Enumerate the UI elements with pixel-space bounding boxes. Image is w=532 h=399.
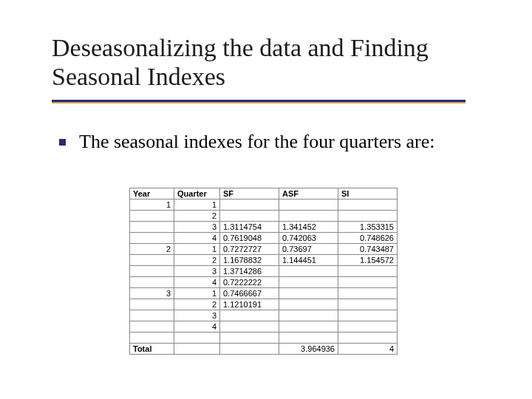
cell-sf: 0.7222222 — [220, 277, 279, 288]
table-row: 2 — [130, 211, 398, 222]
cell-asf — [279, 288, 338, 299]
cell-si — [338, 299, 398, 310]
cell-si: 0.743487 — [338, 244, 398, 255]
cell-si — [338, 200, 398, 211]
cell-quarter: 3 — [174, 222, 220, 233]
table-row: 210.72727270.736970.743487 — [130, 244, 398, 255]
cell-year: 2 — [130, 244, 174, 255]
cell-year — [130, 255, 174, 266]
cell-sf: 0.7466667 — [220, 288, 279, 299]
cell-quarter: 1 — [174, 244, 220, 255]
header-year: Year — [130, 188, 174, 200]
cell-quarter: 2 — [174, 299, 220, 310]
total-si: 4 — [338, 344, 398, 355]
cell-sf: 1.1210191 — [220, 299, 279, 310]
cell-si — [338, 321, 398, 332]
cell-asf — [279, 200, 338, 211]
bullet-text: The seasonal indexes for the four quarte… — [79, 130, 435, 154]
cell-quarter — [174, 332, 220, 344]
table-row: 40.7222222 — [130, 277, 398, 288]
cell-si: 1.154572 — [338, 255, 398, 266]
cell-si: 0.748626 — [338, 233, 398, 244]
seasonal-index-table: Year Quarter SF ASF SI 11231.31147541.34… — [129, 188, 398, 355]
cell-quarter: 2 — [174, 211, 220, 222]
cell-year — [130, 277, 174, 288]
cell-si — [338, 332, 398, 344]
cell-sf: 0.7619048 — [220, 233, 279, 244]
cell-quarter: 4 — [174, 277, 220, 288]
cell-quarter: 4 — [174, 321, 220, 332]
table-row: 11 — [130, 200, 398, 211]
header-si: SI — [338, 188, 398, 200]
table-row: 31.3714286 — [130, 266, 398, 277]
cell-si — [338, 277, 398, 288]
cell-year — [130, 211, 174, 222]
cell-si — [338, 288, 398, 299]
cell-year: 1 — [130, 200, 174, 211]
cell-quarter: 1 — [174, 200, 220, 211]
bullet-item: The seasonal indexes for the four quarte… — [59, 130, 473, 154]
table-row: 31.31147541.3414521.353315 — [130, 222, 398, 233]
cell-sf — [220, 211, 279, 222]
cell-year — [130, 310, 174, 321]
table-row: 3 — [130, 310, 398, 321]
cell-sf — [220, 332, 279, 344]
cell-year — [130, 299, 174, 310]
cell-year — [130, 332, 174, 344]
cell-asf — [279, 299, 338, 310]
header-asf: ASF — [279, 188, 338, 200]
bullet-square-icon — [59, 139, 66, 146]
table-row: 40.76190480.7420630.748626 — [130, 233, 398, 244]
cell-year — [130, 266, 174, 277]
cell-asf — [279, 266, 338, 277]
cell-sf — [220, 310, 279, 321]
cell-quarter: 4 — [174, 233, 220, 244]
cell-asf — [279, 332, 338, 344]
data-table: Year Quarter SF ASF SI 11231.31147541.34… — [129, 188, 398, 355]
cell-year — [130, 321, 174, 332]
table-header-row: Year Quarter SF ASF SI — [130, 188, 398, 200]
cell-asf — [279, 310, 338, 321]
cell-asf: 1.341452 — [279, 222, 338, 233]
cell-asf: 0.742063 — [279, 233, 338, 244]
cell-quarter: 3 — [174, 310, 220, 321]
cell-asf — [279, 277, 338, 288]
cell-year — [130, 233, 174, 244]
cell-quarter: 1 — [174, 288, 220, 299]
table-row — [130, 332, 398, 344]
cell-sf: 1.1678832 — [220, 255, 279, 266]
cell-asf — [279, 211, 338, 222]
cell-sf — [220, 200, 279, 211]
total-quarter — [174, 344, 220, 355]
total-sf — [220, 344, 279, 355]
cell-year: 3 — [130, 288, 174, 299]
header-sf: SF — [220, 188, 279, 200]
total-asf: 3.964936 — [279, 344, 338, 355]
cell-sf — [220, 321, 279, 332]
cell-si: 1.353315 — [338, 222, 398, 233]
cell-year — [130, 222, 174, 233]
table-row: 21.1210191 — [130, 299, 398, 310]
cell-asf — [279, 321, 338, 332]
cell-asf: 0.73697 — [279, 244, 338, 255]
cell-si — [338, 211, 398, 222]
cell-si — [338, 310, 398, 321]
table-row: 310.7466667 — [130, 288, 398, 299]
table-row: 21.16788321.1444511.154572 — [130, 255, 398, 266]
cell-asf: 1.144451 — [279, 255, 338, 266]
slide: Deseasonalizing the data and Finding Sea… — [0, 0, 532, 399]
header-quarter: Quarter — [174, 188, 220, 200]
title-underline-accent — [52, 102, 466, 103]
total-label: Total — [130, 344, 174, 355]
slide-title: Deseasonalizing the data and Finding Sea… — [52, 33, 480, 91]
table-total-row: Total 3.964936 4 — [130, 344, 398, 355]
cell-sf: 1.3714286 — [220, 266, 279, 277]
cell-quarter: 2 — [174, 255, 220, 266]
cell-sf: 1.3114754 — [220, 222, 279, 233]
cell-quarter: 3 — [174, 266, 220, 277]
table-row: 4 — [130, 321, 398, 332]
cell-sf: 0.7272727 — [220, 244, 279, 255]
table-body: 11231.31147541.3414521.35331540.76190480… — [130, 200, 398, 344]
cell-si — [338, 266, 398, 277]
